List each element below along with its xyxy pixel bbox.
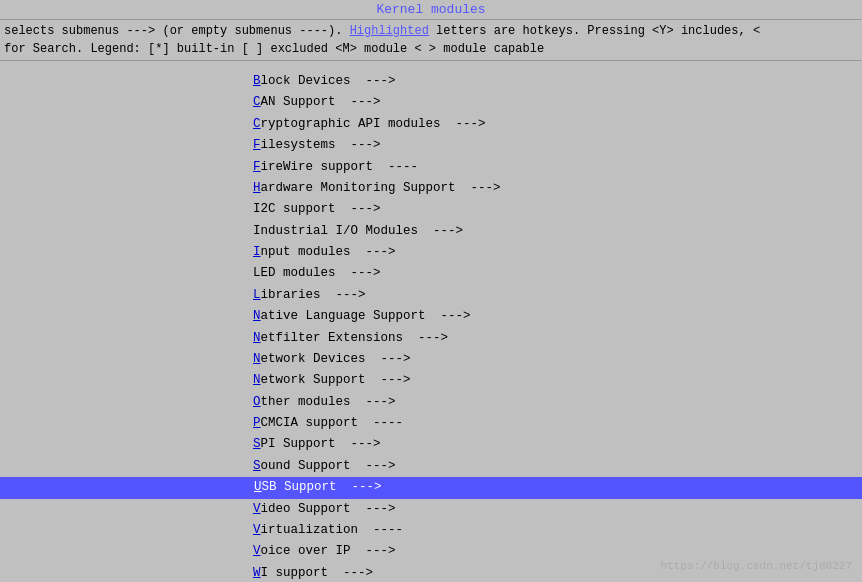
list-item[interactable]: Virtualization ----: [0, 520, 862, 541]
list-item[interactable]: USB Support --->: [0, 477, 862, 498]
menu-item-text: ireWire support ----: [261, 160, 419, 174]
hotkey-letter: S: [253, 459, 261, 473]
list-item[interactable]: Other modules --->: [0, 392, 862, 413]
menu-item-text: PI Support --->: [261, 437, 381, 451]
hotkey-letter: O: [253, 395, 261, 409]
menu-item-text: SB Support --->: [262, 480, 382, 494]
hotkey-letter: N: [253, 309, 261, 323]
watermark: https://blog.csdn.net/tjd0227: [661, 560, 852, 572]
menu-item-text: lock Devices --->: [261, 74, 396, 88]
info-line1-prefix: selects submenus ---> (or empty submenus…: [4, 24, 350, 38]
menu-item-text: ryptographic API modules --->: [261, 117, 486, 131]
menu-item-text: etfilter Extensions --->: [261, 331, 449, 345]
menu-item-text: ative Language Support --->: [261, 309, 471, 323]
menu-item-text: ardware Monitoring Support --->: [261, 181, 501, 195]
list-item[interactable]: FireWire support ----: [0, 157, 862, 178]
list-item[interactable]: Hardware Monitoring Support --->: [0, 178, 862, 199]
menu-item-text: etwork Support --->: [261, 373, 411, 387]
list-item[interactable]: I2C support --->: [0, 199, 862, 220]
list-item[interactable]: PCMCIA support ----: [0, 413, 862, 434]
title-bar: Kernel modules: [0, 0, 862, 20]
menu-area: Block Devices ---> CAN Support ---> Cryp…: [0, 65, 862, 582]
screen: Kernel modules selects submenus ---> (or…: [0, 0, 862, 582]
menu-item-text: ther modules --->: [261, 395, 396, 409]
title-text: Kernel modules: [376, 2, 485, 17]
hotkey-letter: F: [253, 138, 261, 152]
menu-item-text: oice over IP --->: [261, 544, 396, 558]
list-item[interactable]: CAN Support --->: [0, 92, 862, 113]
hotkey-letter: N: [253, 352, 261, 366]
hotkey-letter: V: [253, 523, 261, 537]
menu-item-text: CMCIA support ----: [261, 416, 404, 430]
list-item[interactable]: Libraries --->: [0, 285, 862, 306]
list-item[interactable]: Industrial I/O Modules --->: [0, 221, 862, 242]
menu-item-text: nput modules --->: [261, 245, 396, 259]
hotkey-letter: L: [253, 288, 261, 302]
hotkey-letter: V: [253, 544, 261, 558]
info-bar: selects submenus ---> (or empty submenus…: [0, 20, 862, 61]
menu-item-text: ibraries --->: [261, 288, 366, 302]
hotkey-letter: S: [253, 437, 261, 451]
hotkey-letter: U: [254, 480, 262, 494]
menu-item-text: irtualization ----: [261, 523, 404, 537]
hotkey-letter: H: [253, 181, 261, 195]
hotkey-letter: P: [253, 416, 261, 430]
list-item[interactable]: Filesystems --->: [0, 135, 862, 156]
hotkey-letter: C: [253, 95, 261, 109]
list-item[interactable]: Block Devices --->: [0, 71, 862, 92]
menu-item-text: ound Support --->: [261, 459, 396, 473]
hotkey-letter: N: [253, 373, 261, 387]
menu-item-text: etwork Devices --->: [261, 352, 411, 366]
hotkey-letter: W: [253, 566, 261, 580]
hotkey-letter: I: [253, 245, 261, 259]
hotkey-letter: N: [253, 331, 261, 345]
menu-item-text: AN Support --->: [261, 95, 381, 109]
list-item[interactable]: LED modules --->: [0, 263, 862, 284]
list-item[interactable]: Network Support --->: [0, 370, 862, 391]
menu-item-text: 2C support --->: [261, 202, 381, 216]
list-item[interactable]: Sound Support --->: [0, 456, 862, 477]
menu-item-text: ndustrial I/O Modules --->: [261, 224, 464, 238]
list-item[interactable]: Native Language Support --->: [0, 306, 862, 327]
menu-item-text: ideo Support --->: [261, 502, 396, 516]
info-line1-suffix: letters are hotkeys. Pressing <Y> includ…: [429, 24, 760, 38]
list-item[interactable]: Input modules --->: [0, 242, 862, 263]
list-item[interactable]: Video Support --->: [0, 499, 862, 520]
list-item[interactable]: Network Devices --->: [0, 349, 862, 370]
menu-item-text: ilesystems --->: [261, 138, 381, 152]
menu-item-text: I support --->: [261, 566, 374, 580]
list-item[interactable]: Cryptographic API modules --->: [0, 114, 862, 135]
hotkey-letter: F: [253, 160, 261, 174]
menu-item-text: ED modules --->: [261, 266, 381, 280]
hotkey-letter: C: [253, 117, 261, 131]
hotkey-letter: B: [253, 74, 261, 88]
hotkey-letter: V: [253, 502, 261, 516]
highlighted-label: Highlighted: [350, 24, 429, 38]
list-item[interactable]: Netfilter Extensions --->: [0, 328, 862, 349]
info-line2: for Search. Legend: [*] built-in [ ] exc…: [4, 42, 544, 56]
list-item[interactable]: SPI Support --->: [0, 434, 862, 455]
